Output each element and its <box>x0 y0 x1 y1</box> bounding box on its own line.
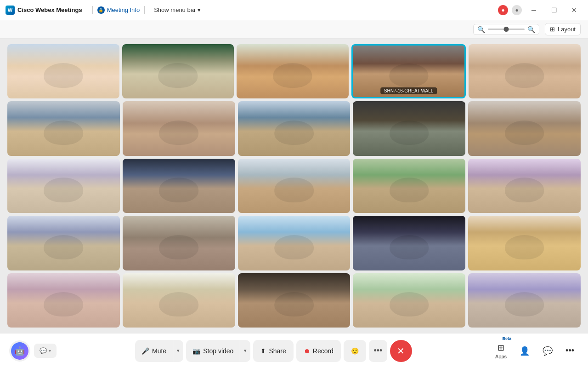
video-cell-13[interactable] <box>353 159 465 213</box>
meeting-info-link[interactable]: 🔒 Meeting Info <box>97 6 140 14</box>
show-menu-bar-btn[interactable]: Show menu bar ▾ <box>154 6 201 13</box>
apps-icon: ⊞ <box>498 343 504 353</box>
video-cell-11[interactable] <box>123 159 235 213</box>
video-cell-12[interactable] <box>238 159 351 213</box>
apps-button[interactable]: ⊞ Apps <box>491 340 511 362</box>
video-cell-23[interactable] <box>353 273 465 328</box>
zoom-in-icon[interactable]: 🔍 <box>527 26 535 33</box>
app-title: Cisco Webex Meetings <box>17 6 82 13</box>
ai-avatar-icon: 🤖 <box>11 342 28 360</box>
participants-button[interactable]: 👤 <box>515 343 534 359</box>
video-cell-4[interactable] <box>469 44 581 98</box>
mute-dropdown[interactable]: ▾ <box>173 340 183 362</box>
share-button[interactable]: ⬆ Share <box>253 340 293 362</box>
control-left: 🤖 💬 ▾ <box>9 340 57 362</box>
minimize-button[interactable]: ─ <box>526 3 542 17</box>
mute-control: 🎤 Mute ▾ <box>135 340 183 362</box>
video-cell-6[interactable] <box>123 101 235 155</box>
stop-video-button[interactable]: 📷 Stop video <box>186 340 240 362</box>
video-cell-17[interactable] <box>238 216 351 270</box>
video-cell-19[interactable] <box>468 216 581 270</box>
video-row-4 <box>7 273 581 328</box>
video-row-1 <box>7 101 581 155</box>
notification-dot-red[interactable]: ● <box>498 5 508 15</box>
video-cell-14[interactable] <box>468 159 581 213</box>
stop-video-label: Stop video <box>203 347 233 355</box>
maximize-button[interactable]: ☐ <box>546 3 562 17</box>
record-button[interactable]: ⏺ Record <box>296 340 341 362</box>
control-center: 🎤 Mute ▾ 📷 Stop video ▾ ⬆ Share ⏺ Record… <box>57 340 491 362</box>
participants-icon: 👤 <box>520 346 530 356</box>
video-grid: SHN7-16-GREAT WALL <box>0 39 588 333</box>
end-call-button[interactable]: ✕ <box>390 340 412 362</box>
video-cell-20[interactable] <box>7 273 120 328</box>
end-call-icon: ✕ <box>397 345 405 356</box>
apps-button-wrap: Beta ⊞ Apps <box>491 340 511 362</box>
more-icon: ••• <box>373 346 382 356</box>
video-cell-21[interactable] <box>123 273 235 328</box>
share-label: Share <box>269 347 286 355</box>
zoom-control[interactable]: 🔍 🔍 <box>473 24 539 35</box>
toolbar: 🔍 🔍 ⊞ Layout <box>0 20 588 39</box>
video-dropdown[interactable]: ▾ <box>240 340 250 362</box>
layout-icon: ⊞ <box>550 26 555 33</box>
zoom-slider-thumb <box>503 27 509 32</box>
mute-button[interactable]: 🎤 Mute <box>135 340 173 362</box>
app-logo: W Cisco Webex Meetings <box>6 6 82 15</box>
share-icon: ⬆ <box>260 347 266 355</box>
record-icon: ⏺ <box>304 347 310 355</box>
video-cell-5[interactable] <box>7 101 120 155</box>
video-cell-label-3: SHN7-16-GREAT WALL <box>380 87 437 94</box>
video-row-3 <box>7 216 581 270</box>
video-cell-18[interactable] <box>353 216 465 270</box>
ai-assistant-button[interactable]: 🤖 <box>9 340 30 362</box>
chevron-down-icon: ▾ <box>198 6 201 13</box>
control-bar: 🤖 💬 ▾ 🎤 Mute ▾ 📷 Stop video ▾ ⬆ S <box>0 333 588 368</box>
notification-dot-gray[interactable]: ● <box>512 5 522 15</box>
more-options-button[interactable]: ••• <box>369 340 387 362</box>
video-cell-22[interactable] <box>238 273 351 328</box>
video-cell-1[interactable] <box>122 44 234 98</box>
more-right-button[interactable]: ••• <box>561 343 579 358</box>
meeting-info-label: Meeting Info <box>107 6 140 13</box>
video-control: 📷 Stop video ▾ <box>186 340 250 362</box>
mute-label: Mute <box>152 347 166 355</box>
shield-icon: 🔒 <box>97 6 105 14</box>
chat-icon: 💬 <box>40 347 47 354</box>
more-right-icon: ••• <box>565 346 574 356</box>
zoom-slider[interactable] <box>488 29 525 30</box>
video-row-0: SHN7-16-GREAT WALL <box>7 44 581 98</box>
apps-label: Apps <box>495 354 507 359</box>
video-cell-15[interactable] <box>7 216 120 270</box>
video-cell-7[interactable] <box>238 101 351 155</box>
video-cell-2[interactable] <box>237 44 349 98</box>
control-right: Beta ⊞ Apps 👤 💬 ••• <box>491 340 579 362</box>
video-cell-9[interactable] <box>468 101 581 155</box>
record-label: Record <box>313 347 334 355</box>
titlebar: W Cisco Webex Meetings 🔒 Meeting Info Sh… <box>0 0 588 20</box>
video-cell-3[interactable]: SHN7-16-GREAT WALL <box>351 44 466 98</box>
video-cell-8[interactable] <box>353 101 465 155</box>
video-cell-0[interactable] <box>7 44 119 98</box>
video-cell-10[interactable] <box>7 159 120 213</box>
show-menu-bar-label: Show menu bar <box>154 6 196 13</box>
divider-2 <box>144 6 145 14</box>
reaction-button[interactable]: 🙂 <box>344 340 366 362</box>
video-icon: 📷 <box>192 347 200 355</box>
video-cell-24[interactable] <box>468 273 581 328</box>
video-row-2 <box>7 159 581 213</box>
divider-1 <box>92 6 93 14</box>
layout-label: Layout <box>558 26 576 33</box>
chat-button[interactable]: 💬 ▾ <box>34 344 57 358</box>
close-button[interactable]: ✕ <box>566 3 582 17</box>
chat-side-icon: 💬 <box>543 346 553 356</box>
webex-logo-icon: W <box>6 6 15 15</box>
video-cell-16[interactable] <box>123 216 235 270</box>
titlebar-controls: ● ● ─ ☐ ✕ <box>498 3 582 17</box>
beta-badge: Beta <box>503 336 512 341</box>
zoom-out-icon[interactable]: 🔍 <box>477 26 485 33</box>
chat-side-button[interactable]: 💬 <box>538 343 557 359</box>
emoji-icon: 🙂 <box>351 347 359 355</box>
layout-button[interactable]: ⊞ Layout <box>545 23 581 35</box>
mute-icon: 🎤 <box>141 347 149 355</box>
